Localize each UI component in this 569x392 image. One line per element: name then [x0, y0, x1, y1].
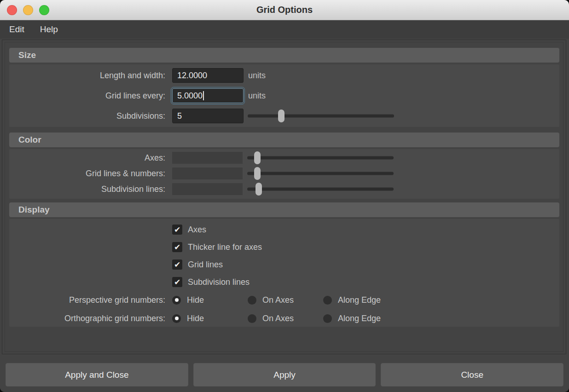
- thicker-line-checkbox[interactable]: ✔: [172, 242, 182, 252]
- slider-track[interactable]: [247, 188, 394, 191]
- titlebar[interactable]: Grid Options: [0, 0, 569, 20]
- check-icon: ✔: [174, 260, 180, 270]
- menubar: Edit Help: [0, 20, 569, 39]
- grid-lines-every-label: Grid lines every:: [9, 91, 165, 101]
- orthographic-along-edge-option[interactable]: Along Edge: [323, 314, 399, 323]
- axes-checkbox[interactable]: ✔: [172, 225, 182, 235]
- grid-lines-every-value: 5.0000: [177, 91, 203, 101]
- section-body-size: Length and width: 12.0000 units Grid lin…: [9, 64, 559, 127]
- axes-color-swatch[interactable]: [172, 152, 243, 164]
- row-axes-color: Axes:: [9, 152, 559, 164]
- grid-lines-numbers-color-label: Grid lines & numbers:: [9, 169, 165, 179]
- thicker-line-checkbox-label: Thicker line for axes: [188, 242, 262, 252]
- row-subdivision-lines-color: Subdivision lines:: [9, 183, 559, 195]
- subdivision-lines-color-swatch[interactable]: [172, 183, 243, 195]
- check-icon: ✔: [174, 277, 180, 287]
- subdivisions-label: Subdivisions:: [9, 111, 165, 121]
- orthographic-grid-numbers-label: Orthographic grid numbers:: [9, 314, 165, 323]
- dialog-body: Size Length and width: 12.0000 units Gri…: [0, 39, 569, 392]
- traffic-lights: [7, 5, 49, 15]
- slider-thumb[interactable]: [255, 183, 262, 196]
- radio-button[interactable]: [248, 296, 256, 305]
- length-and-width-label: Length and width:: [9, 71, 165, 81]
- radio-label: Along Edge: [338, 295, 381, 305]
- row-subdivisions: Subdivisions: 5: [9, 109, 559, 123]
- row-grid-lines-numbers-color: Grid lines & numbers:: [9, 167, 559, 179]
- subdivision-lines-checkbox[interactable]: ✔: [172, 277, 182, 287]
- length-and-width-value: 12.0000: [177, 71, 207, 81]
- section-body-color: Axes: Grid lines & numbers:: [9, 149, 559, 199]
- row-subdivision-lines-checkbox: ✔ Subdivision lines: [9, 277, 559, 287]
- grid-lines-units-label: units: [248, 91, 266, 101]
- apply-button[interactable]: Apply: [193, 363, 376, 386]
- subdivision-lines-color-slider[interactable]: [247, 183, 394, 196]
- minimize-window-icon[interactable]: [23, 5, 33, 15]
- row-thicker-line-checkbox: ✔ Thicker line for axes: [9, 242, 559, 252]
- radio-label: Hide: [187, 314, 204, 323]
- row-grid-lines-checkbox: ✔ Grid lines: [9, 259, 559, 270]
- row-length-and-width: Length and width: 12.0000 units: [9, 68, 559, 83]
- axes-checkbox-label: Axes: [188, 225, 206, 235]
- row-perspective-grid-numbers: Perspective grid numbers: Hide On Axes A…: [9, 295, 559, 305]
- subdivision-lines-checkbox-label: Subdivision lines: [188, 277, 250, 287]
- radio-button[interactable]: [172, 314, 181, 323]
- slider-track[interactable]: [247, 156, 394, 160]
- radio-button[interactable]: [248, 314, 256, 323]
- row-orthographic-grid-numbers: Orthographic grid numbers: Hide On Axes …: [9, 313, 559, 323]
- options-form: Size Length and width: 12.0000 units Gri…: [5, 42, 563, 352]
- length-units-label: units: [248, 71, 266, 81]
- axes-color-label: Axes:: [9, 153, 165, 163]
- options-scroll-area[interactable]: Size Length and width: 12.0000 units Gri…: [2, 40, 566, 354]
- radio-button[interactable]: [323, 296, 332, 305]
- radio-label: On Axes: [262, 295, 294, 305]
- length-and-width-input[interactable]: 12.0000: [172, 68, 244, 83]
- radio-label: Hide: [187, 295, 204, 305]
- row-axes-checkbox: ✔ Axes: [9, 225, 559, 235]
- perspective-hide-option[interactable]: Hide: [172, 295, 248, 305]
- check-icon: ✔: [174, 242, 180, 252]
- grid-lines-numbers-color-swatch[interactable]: [172, 167, 243, 179]
- radio-label: Along Edge: [338, 314, 381, 323]
- apply-and-close-button[interactable]: Apply and Close: [6, 363, 188, 386]
- check-icon: ✔: [174, 225, 180, 235]
- subdivisions-value: 5: [177, 111, 182, 121]
- axes-color-slider[interactable]: [247, 151, 394, 164]
- slider-thumb[interactable]: [254, 151, 261, 164]
- subdivisions-slider[interactable]: [248, 110, 394, 122]
- perspective-on-axes-option[interactable]: On Axes: [248, 295, 323, 305]
- perspective-along-edge-option[interactable]: Along Edge: [323, 295, 399, 305]
- window-title: Grid Options: [0, 5, 569, 15]
- radio-button[interactable]: [323, 314, 332, 323]
- slider-thumb[interactable]: [278, 110, 284, 122]
- grid-lines-every-input[interactable]: 5.0000: [172, 88, 244, 103]
- zoom-window-icon[interactable]: [39, 5, 49, 15]
- grid-lines-checkbox-label: Grid lines: [188, 260, 223, 270]
- grid-options-window: Grid Options Edit Help Size Length and w…: [0, 0, 569, 392]
- grid-lines-numbers-color-slider[interactable]: [247, 167, 394, 180]
- row-grid-lines-every: Grid lines every: 5.0000 units: [9, 88, 559, 103]
- slider-track[interactable]: [248, 115, 394, 118]
- section-body-display: ✔ Axes ✔ Thicker line for axes: [9, 219, 559, 327]
- button-bar: Apply and Close Apply Close: [6, 363, 563, 386]
- slider-track[interactable]: [247, 172, 394, 175]
- radio-label: On Axes: [262, 314, 294, 323]
- subdivision-lines-color-label: Subdivision lines:: [9, 184, 165, 194]
- grid-lines-checkbox[interactable]: ✔: [172, 259, 182, 270]
- section-header-size[interactable]: Size: [9, 48, 559, 63]
- close-window-icon[interactable]: [7, 5, 17, 15]
- menu-edit[interactable]: Edit: [9, 24, 24, 35]
- orthographic-hide-option[interactable]: Hide: [172, 314, 248, 323]
- subdivisions-input[interactable]: 5: [172, 109, 244, 123]
- slider-thumb[interactable]: [254, 167, 261, 180]
- section-header-display[interactable]: Display: [9, 202, 559, 217]
- orthographic-on-axes-option[interactable]: On Axes: [248, 314, 323, 323]
- radio-button[interactable]: [172, 296, 181, 305]
- close-button[interactable]: Close: [381, 363, 563, 386]
- perspective-grid-numbers-label: Perspective grid numbers:: [9, 295, 165, 305]
- text-cursor: [203, 91, 204, 100]
- menu-help[interactable]: Help: [40, 24, 58, 35]
- section-header-color[interactable]: Color: [9, 133, 559, 147]
